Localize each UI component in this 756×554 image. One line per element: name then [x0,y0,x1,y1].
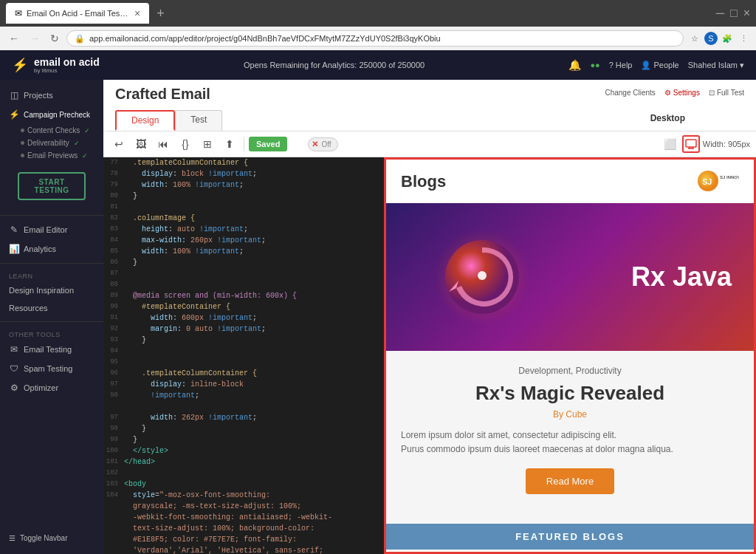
code-line: 99 } [103,434,384,445]
app-container: ⚡ email on acid by litmus Opens Remainin… [0,50,756,554]
people-icon: 👤 [641,61,651,70]
component-button[interactable]: ⊞ [198,134,217,154]
logo-sub: by litmus [34,67,100,74]
saved-button[interactable]: Saved [249,137,287,151]
notification-icon[interactable]: 🔔 [568,59,581,71]
browser-chrome: ✉ Email On Acid - Email Testing × + ─ □ … [0,0,756,27]
sidebar-item-email-testing[interactable]: ✉ Email Testing [0,340,103,359]
profile-icon[interactable]: S [704,32,718,45]
sidebar-item-spam-testing[interactable]: 🛡 Spam Testing [0,359,103,378]
image-button[interactable]: 🖼 [131,134,151,154]
status-dots: ●● [590,61,599,69]
email-author: By Cube [401,409,739,420]
projects-icon: ◫ [9,90,19,100]
code-line: 'Verdana','Arial', 'Helvetica', sans-ser… [103,545,384,554]
people-button[interactable]: 👤 People [641,61,678,70]
code-line: 104 style="-moz-osx-font-smoothing: [103,490,384,501]
change-clients-button[interactable]: Change Clients [605,89,655,97]
content-area: Crafted Email Change Clients ⚙ Settings … [103,80,756,554]
window-maximize[interactable]: □ [730,7,738,20]
off-toggle[interactable]: ✕ Off [308,137,337,151]
new-tab-button[interactable]: + [157,6,165,21]
address-bar[interactable]: 🔒 app.emailonacid.com/app/editor/project… [66,30,684,47]
email-body-text: Lorem ipsum dolor sit amet, consectetur … [401,428,739,456]
settings-icon: ⚙ [664,89,671,97]
browser-nav-icons: ☆ S 🧩 ⋮ [688,32,750,45]
code-line: 85 width: 100% !important; [103,246,384,257]
undo-button[interactable]: ↩ [109,134,128,154]
code-panel[interactable]: 77 .templateColumnContainer { 78 display… [103,157,384,554]
code-line: 89 @media screen and (min-width: 600x) { [103,290,384,301]
code-line: 98 !important; [103,390,384,401]
export-button[interactable]: ⬆ [220,134,239,154]
logo-wrapper: SJ SJ INNOVATION [695,168,739,194]
sidebar-item-email-editor[interactable]: ✎ Email Editor [0,220,103,239]
desktop-view-button[interactable] [682,135,700,153]
sidebar-sub-deliverability[interactable]: Deliverability ✓ [0,137,103,149]
code-line: 95 [103,357,384,368]
toolbar: ↩ 🖼 ⏮ {} ⊞ ⬆ Saved ✕ Off ⬜ [103,131,756,157]
app-logo-icon: ⚡ [12,57,28,73]
svg-rect-0 [686,140,696,147]
app-header: ⚡ email on acid by litmus Opens Remainin… [0,50,756,80]
email-article-title: Rx's Magic Revealed [401,382,739,405]
sidebar-sub-email-previews[interactable]: Email Previews ✓ [0,149,103,162]
code-line: text-size-adjust: 100%; background-color… [103,523,384,534]
window-close[interactable]: × [743,7,750,20]
forward-button[interactable]: → [27,31,43,46]
user-menu[interactable]: Shahed Islam ▾ [688,61,744,70]
menu-icon[interactable]: ⋮ [737,32,750,45]
tab-test[interactable]: Test [175,110,222,131]
email-blogs-title: Blogs [401,172,446,191]
code-line: 79 width: 100% !important; [103,179,384,191]
sidebar-item-optimizer[interactable]: ⚙ Optimizer [0,378,103,397]
email-preview-panel: Blogs [384,157,756,554]
toggle-navbar-button[interactable]: ☰ Toggle Navbar [0,528,103,548]
window-minimize[interactable]: ─ [716,7,724,20]
start-testing-button[interactable]: START TESTING [18,172,86,200]
main-layout: ◫ Projects ⚡ Campaign Precheck Content C… [0,80,756,554]
sidebar-item-campaign-precheck[interactable]: ⚡ Campaign Precheck [0,105,103,124]
email-category: Development, Productivity [401,366,739,376]
off-x-icon: ✕ [312,140,318,149]
learn-section-label: LEARN [0,268,103,281]
code-button[interactable]: {} [176,134,195,154]
code-line: -webkit-font-smoothing: antialiased; -we… [103,512,384,523]
email-hero-image: Rx Java [386,203,754,351]
logo-area: ⚡ email on acid by litmus [12,57,100,74]
back-button[interactable]: ← [6,31,22,46]
code-line: 84 max-width: 260px !important; [103,235,384,246]
tablet-view-button[interactable]: ⬜ [662,135,679,153]
code-line: 88 [103,279,384,290]
lock-icon: 🔒 [75,34,85,44]
full-test-icon: ⊡ [709,89,715,97]
settings-button[interactable]: ⚙ Settings [664,89,700,97]
extensions-icon[interactable]: 🧩 [721,32,734,45]
read-more-button[interactable]: Read More [526,468,614,494]
full-test-button[interactable]: ⊡ Full Test [709,89,744,97]
bookmark-icon[interactable]: ☆ [688,32,701,45]
sidebar-sub-content-checks[interactable]: Content Checks ✓ [0,124,103,137]
help-button[interactable]: ? Help [609,61,633,69]
reload-button[interactable]: ↻ [47,31,62,46]
email-company-logo: SJ SJ INNOVATION [695,168,739,194]
check-icon: ✓ [82,152,88,160]
spam-icon: 🛡 [9,363,19,374]
code-line: 80 } [103,191,384,202]
dot-icon [21,141,24,145]
address-text: app.emailonacid.com/app/editor/project/g… [89,34,441,43]
sidebar-item-analytics[interactable]: 📊 Analytics [0,239,103,259]
logo-text-area: email on acid by litmus [34,57,100,74]
code-line: 101 </head> [103,456,384,468]
sidebar-item-resources[interactable]: Resources [0,299,103,317]
browser-tab-active[interactable]: ✉ Email On Acid - Email Testing × [6,3,149,24]
sidebar-item-projects[interactable]: ◫ Projects [0,86,103,105]
tab-design[interactable]: Design [115,110,175,131]
code-line: 78 display: block !important; [103,168,384,179]
code-line: #E1E8F5; color: #7E7E7E; font-family: [103,534,384,545]
header-right: 🔔 ●● ? Help 👤 People Shahed Islam ▾ [568,59,744,71]
back-button-tool[interactable]: ⏮ [154,134,173,154]
tab-close-button[interactable]: × [134,7,140,19]
sidebar-item-design-inspiration[interactable]: Design Inspiration [0,281,103,299]
email-preview: Blogs [386,160,754,554]
